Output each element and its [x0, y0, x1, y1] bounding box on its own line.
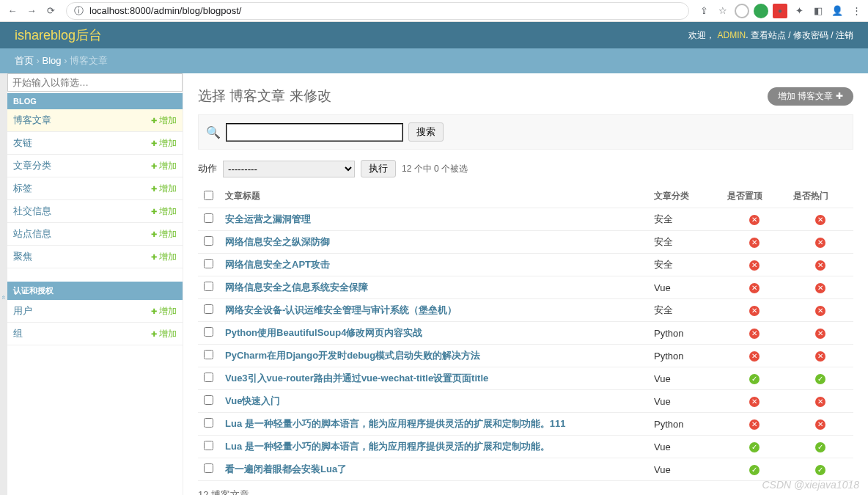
row-checkbox[interactable] — [204, 350, 213, 359]
no-icon: ✕ — [815, 351, 825, 362]
logout-link[interactable]: 注销 — [836, 30, 853, 40]
row-checkbox[interactable] — [204, 282, 213, 291]
search-bar: 🔍 搜索 — [198, 114, 853, 150]
sidebar-add-link[interactable]: 增加 — [151, 183, 177, 195]
breadcrumb-app[interactable]: Blog — [43, 55, 62, 66]
row-title-link[interactable]: Python使用BeautifulSoup4修改网页内容实战 — [225, 327, 422, 338]
no-icon: ✕ — [815, 329, 825, 339]
select-all-checkbox[interactable] — [204, 191, 213, 200]
circle-icon[interactable] — [735, 4, 749, 18]
search-button[interactable]: 搜索 — [408, 122, 444, 142]
row-checkbox[interactable] — [204, 373, 213, 382]
status-green-icon[interactable] — [754, 4, 768, 18]
sidebar-model-link[interactable]: 聚焦 — [13, 250, 32, 263]
search-input[interactable] — [227, 124, 402, 141]
row-checkbox[interactable] — [204, 259, 213, 268]
extensions-icon[interactable]: ✦ — [792, 4, 806, 18]
url-text: localhost:8000/admin/blog/blogpost/ — [89, 5, 241, 16]
row-checkbox[interactable] — [204, 463, 213, 473]
sidebar-model-link[interactable]: 组 — [13, 327, 23, 340]
badge-icon[interactable]: ● — [773, 4, 787, 18]
app-caption[interactable]: 认证和授权 — [7, 282, 183, 300]
row-checkbox[interactable] — [204, 304, 213, 314]
row-category: Vue — [648, 458, 721, 481]
row-title-link[interactable]: PyCharm在用Django开发时debug模式启动失败的解决方法 — [225, 350, 480, 361]
menu-icon[interactable]: ⋮ — [849, 4, 864, 18]
sidebar-add-link[interactable]: 增加 — [151, 251, 177, 263]
row-title-link[interactable]: 安全运营之漏洞管理 — [225, 213, 311, 224]
sidebar-add-link[interactable]: 增加 — [151, 114, 177, 127]
col-title[interactable]: 文章标题 — [219, 185, 648, 208]
sidebar-collapse-handle[interactable]: « — [0, 73, 7, 495]
row-title-link[interactable]: 网络信息安全之信息系统安全保障 — [225, 282, 368, 293]
view-site-link[interactable]: 查看站点 — [751, 30, 786, 40]
row-checkbox[interactable] — [204, 395, 213, 405]
app-caption[interactable]: BLOG — [7, 93, 183, 109]
col-hot[interactable]: 是否热门 — [787, 185, 853, 208]
table-row: Lua 是一种轻量小巧的脚本语言，能为应用程序提供灵活的扩展和定制功能。111P… — [198, 413, 853, 436]
row-title-link[interactable]: 网络信息安全之APT攻击 — [225, 259, 330, 270]
row-title-link[interactable]: Vue快速入门 — [225, 395, 280, 406]
sidebar-add-link[interactable]: 增加 — [151, 160, 177, 172]
no-icon: ✕ — [815, 238, 825, 248]
row-checkbox[interactable] — [204, 441, 213, 450]
row-title-link[interactable]: 网络安全设备-认识运维安全管理与审计系统（堡垒机） — [225, 304, 457, 315]
breadcrumb: 首页 › Blog › 博客文章 — [0, 48, 868, 73]
sidebar-model-link[interactable]: 用户 — [13, 304, 32, 318]
sidebar-item: 用户增加 — [7, 300, 183, 323]
table-row: 网络安全设备-认识运维安全管理与审计系统（堡垒机）安全✕✕ — [198, 299, 853, 322]
admin-link[interactable]: ADMIN — [718, 30, 746, 40]
table-row: Python使用BeautifulSoup4修改网页内容实战Python✕✕ — [198, 322, 853, 345]
action-select[interactable]: --------- — [223, 161, 355, 177]
row-checkbox[interactable] — [204, 327, 213, 337]
row-title-link[interactable]: Lua 是一种轻量小巧的脚本语言，能为应用程序提供灵活的扩展和定制功能。111 — [225, 418, 565, 429]
row-checkbox[interactable] — [204, 418, 213, 428]
action-label: 动作 — [198, 162, 217, 175]
row-checkbox[interactable] — [204, 213, 213, 223]
add-blogpost-button[interactable]: 增加 博客文章✚ — [768, 87, 853, 106]
sidebar-add-link[interactable]: 增加 — [151, 205, 177, 218]
sidebar-item: 标签增加 — [7, 177, 183, 200]
breadcrumb-home[interactable]: 首页 — [15, 55, 34, 66]
bookmark-icon[interactable]: ☆ — [716, 4, 730, 18]
sidebar-model-link[interactable]: 社交信息 — [13, 205, 51, 218]
sidebar-model-link[interactable]: 文章分类 — [13, 159, 51, 172]
sidebar: BLOG博客文章增加友链增加文章分类增加标签增加社交信息增加站点信息增加聚焦增加… — [7, 73, 183, 495]
sidebar-add-link[interactable]: 增加 — [151, 228, 177, 241]
sidebar-model-link[interactable]: 友链 — [13, 136, 32, 150]
row-title-link[interactable]: Lua 是一种轻量小巧的脚本语言，能为应用程序提供灵活的扩展和定制功能。 — [225, 441, 550, 452]
sidebar-filter-input[interactable] — [7, 73, 183, 92]
col-top[interactable]: 是否置顶 — [721, 185, 787, 208]
admin-header: ishareblog后台 欢迎， ADMIN. 查看站点 / 修改密码 / 注销 — [0, 22, 868, 48]
no-icon: ✕ — [815, 260, 825, 271]
sidebar-add-link[interactable]: 增加 — [151, 305, 177, 318]
sidebar-model-link[interactable]: 标签 — [13, 182, 32, 195]
profile-icon[interactable]: 👤 — [830, 4, 845, 18]
back-icon[interactable]: ← — [4, 3, 21, 19]
yes-icon: ✓ — [749, 374, 760, 384]
watermark: CSDN @xiejava1018 — [762, 479, 860, 491]
row-title-link[interactable]: Vue3引入vue-router路由并通过vue-wechat-title设置页… — [225, 373, 488, 384]
no-icon: ✕ — [749, 351, 760, 362]
reload-icon[interactable]: ⟳ — [43, 3, 59, 19]
no-icon: ✕ — [815, 397, 825, 407]
change-password-link[interactable]: 修改密码 — [793, 30, 828, 40]
row-checkbox[interactable] — [204, 236, 213, 246]
site-brand[interactable]: ishareblog后台 — [15, 26, 102, 44]
row-title-link[interactable]: 看一遍闭着眼都会安装Lua了 — [225, 463, 347, 474]
share-icon[interactable]: ⇪ — [696, 4, 711, 18]
actions-row: 动作 --------- 执行 12 个中 0 个被选 — [198, 160, 853, 177]
forward-icon[interactable]: → — [23, 3, 40, 19]
col-category[interactable]: 文章分类 — [648, 185, 721, 208]
url-bar[interactable]: ⓘ localhost:8000/admin/blog/blogpost/ — [66, 2, 689, 20]
sidebar-model-link[interactable]: 博客文章 — [13, 114, 51, 127]
go-button[interactable]: 执行 — [361, 160, 396, 177]
sidebar-model-link[interactable]: 站点信息 — [13, 227, 51, 241]
table-row: 网络信息安全之信息系统安全保障Vue✕✕ — [198, 276, 853, 299]
window-icon[interactable]: ◧ — [811, 4, 825, 18]
table-row: Lua 是一种轻量小巧的脚本语言，能为应用程序提供灵活的扩展和定制功能。Vue✓… — [198, 436, 853, 458]
sidebar-add-link[interactable]: 增加 — [151, 137, 177, 150]
yes-icon: ✓ — [815, 442, 825, 452]
row-title-link[interactable]: 网络信息安全之纵深防御 — [225, 236, 330, 247]
sidebar-add-link[interactable]: 增加 — [151, 328, 177, 340]
